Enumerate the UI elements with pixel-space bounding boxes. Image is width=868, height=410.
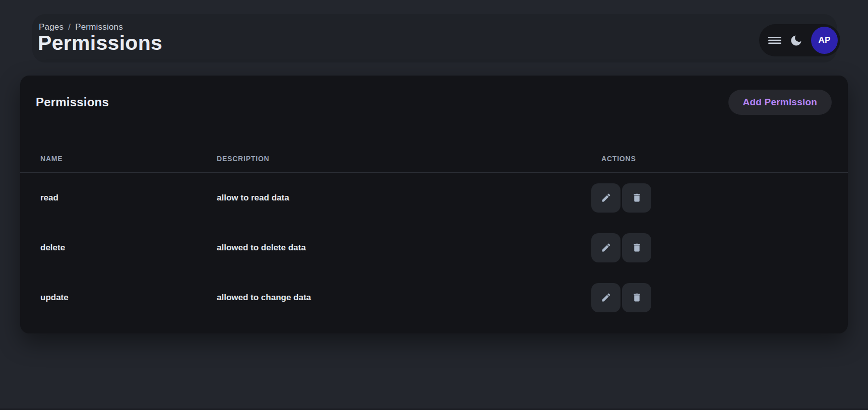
- trash-icon: [632, 292, 642, 303]
- row-actions: [591, 233, 848, 262]
- table-header-row: NAME DESCRIPTION ACTIONS: [20, 145, 848, 172]
- edit-permission-button[interactable]: [591, 283, 621, 312]
- table-row: read allow to read data: [20, 173, 848, 223]
- pencil-icon: [601, 242, 611, 253]
- menu-button[interactable]: [767, 33, 782, 48]
- hamburger-menu-icon: [767, 34, 782, 47]
- page-title: Permissions: [38, 31, 162, 55]
- delete-permission-button[interactable]: [622, 233, 651, 262]
- permissions-table: NAME DESCRIPTION ACTIONS read allow to r…: [20, 145, 848, 322]
- trash-icon: [632, 192, 642, 203]
- avatar[interactable]: AP: [811, 27, 838, 54]
- pencil-icon: [601, 292, 611, 303]
- permissions-card: Permissions Add Permission NAME DESCRIPT…: [20, 76, 848, 333]
- permission-name-cell: delete: [40, 243, 217, 253]
- pencil-icon: [601, 192, 611, 203]
- column-header-actions: ACTIONS: [601, 155, 848, 163]
- delete-permission-button[interactable]: [622, 283, 651, 312]
- column-header-description: DESCRIPTION: [217, 155, 601, 163]
- delete-permission-button[interactable]: [622, 183, 651, 213]
- permission-description-cell: allowed to change data: [217, 293, 601, 303]
- row-actions: [591, 183, 848, 213]
- add-permission-button[interactable]: Add Permission: [728, 90, 832, 115]
- table-body: read allow to read data delete allowed t…: [20, 173, 848, 322]
- permission-description-cell: allowed to delete data: [217, 243, 601, 253]
- card-title: Permissions: [36, 90, 109, 115]
- breadcrumb-separator: /: [68, 22, 71, 32]
- moon-icon: [789, 34, 803, 47]
- row-actions: [591, 283, 848, 312]
- edit-permission-button[interactable]: [591, 233, 621, 262]
- column-header-name: NAME: [40, 155, 217, 163]
- card-header: Permissions Add Permission: [20, 76, 848, 115]
- permission-name-cell: update: [40, 293, 217, 303]
- table-row: delete allowed to delete data: [20, 223, 848, 272]
- breadcrumb-current: Permissions: [75, 22, 123, 32]
- edit-permission-button[interactable]: [591, 183, 621, 213]
- theme-toggle-button[interactable]: [789, 33, 803, 48]
- breadcrumb-pages-link[interactable]: Pages: [39, 22, 64, 32]
- topbar-controls: AP: [759, 24, 840, 56]
- trash-icon: [632, 242, 642, 253]
- table-row: update allowed to change data: [20, 272, 848, 322]
- permission-name-cell: read: [40, 193, 217, 203]
- breadcrumb: Pages / Permissions: [39, 22, 123, 32]
- permission-description-cell: allow to read data: [217, 193, 601, 203]
